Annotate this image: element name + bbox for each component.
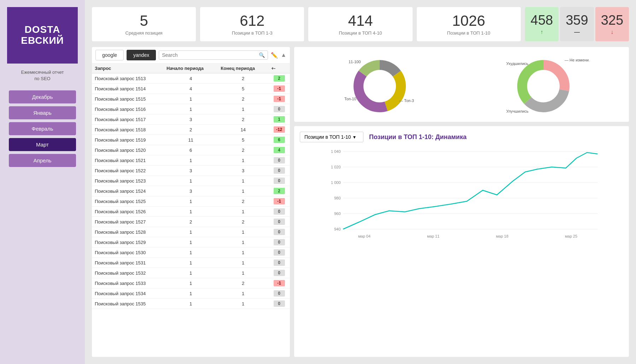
badge-green-value: 458	[531, 13, 553, 28]
table-row[interactable]: Поисковый запрос 1534110	[92, 288, 290, 299]
cell-query: Поисковый запрос 1534	[92, 288, 164, 299]
diff-badge: 0	[274, 208, 285, 215]
table-row[interactable]: Поисковый запрос 1518214-12	[92, 125, 290, 135]
badge-gray-value: 359	[566, 13, 588, 28]
svg-text:мар 18: мар 18	[496, 234, 508, 238]
cell-start: 1	[164, 94, 218, 104]
cell-query: Поисковый запрос 1516	[92, 104, 164, 114]
table-row[interactable]: Поисковый запрос 152512-1	[92, 196, 290, 207]
month-button-january[interactable]: Январь	[9, 106, 76, 119]
month-button-december[interactable]: Декабрь	[9, 90, 76, 103]
donut-right-label-same: — Не измени...	[565, 58, 589, 62]
cell-query: Поисковый запрос 1529	[92, 237, 164, 247]
month-button-april[interactable]: Апрель	[9, 154, 76, 167]
stat-avg-value: 5	[140, 13, 148, 29]
table-row[interactable]: Поисковый запрос 1523110	[92, 176, 290, 186]
cell-start: 1	[164, 176, 218, 186]
svg-text:мар 25: мар 25	[565, 234, 577, 238]
table-row[interactable]: Поисковый запрос 1526110	[92, 207, 290, 217]
cell-start: 1	[164, 268, 218, 278]
logo-text: DOSTAЕВСКИЙ	[21, 24, 64, 46]
table-row[interactable]: Поисковый запрос 1522330	[92, 166, 290, 176]
month-button-march[interactable]: Март	[9, 138, 76, 151]
cell-start: 11	[164, 135, 218, 145]
chevron-down-icon: ▾	[353, 134, 356, 140]
cell-query: Поисковый запрос 1531	[92, 258, 164, 268]
tab-yandex[interactable]: yandex	[127, 50, 156, 60]
cell-end: 1	[218, 207, 268, 217]
cell-diff: 1	[268, 114, 290, 125]
table-row[interactable]: Поисковый запрос 1517321	[92, 114, 290, 125]
table-row[interactable]: Поисковый запрос 1520624	[92, 145, 290, 155]
search-box[interactable]: 🔍	[159, 50, 268, 60]
cell-diff: 0	[268, 155, 290, 166]
month-button-february[interactable]: Февраль	[9, 122, 76, 135]
table-row[interactable]: Поисковый запрос 1527220	[92, 217, 290, 227]
tab-bar: google yandex 🔍 ✏️ ▲	[92, 47, 290, 64]
table-row[interactable]: Поисковый запрос 1529110	[92, 237, 290, 247]
cell-end: 2	[218, 217, 268, 227]
stats-row: 5 Средняя позиция 612 Позиции в ТОП 1-3 …	[92, 7, 629, 41]
donut-right-label-worse: Ухудшились	[506, 61, 529, 66]
cell-start: 1	[164, 299, 218, 309]
line-chart-area: 1 040 1 020 1 000 980 960 940	[300, 147, 623, 247]
cell-end: 14	[218, 125, 268, 135]
table-row[interactable]: Поисковый запрос 151512-1	[92, 94, 290, 104]
cell-query: Поисковый запрос 1527	[92, 217, 164, 227]
cell-start: 3	[164, 186, 218, 196]
stat-top4-10-value: 414	[348, 13, 373, 29]
cell-query: Поисковый запрос 1532	[92, 268, 164, 278]
svg-text:мар 04: мар 04	[358, 234, 370, 238]
table-row[interactable]: Поисковый запрос 1513422	[92, 73, 290, 84]
cell-start: 1	[164, 104, 218, 114]
cell-end: 1	[218, 299, 268, 309]
table-row[interactable]: Поисковый запрос 1531110	[92, 258, 290, 268]
cell-end: 1	[218, 186, 268, 196]
stat-top1-3-label: Позиции в ТОП 1-3	[232, 30, 273, 36]
diff-badge: 2	[274, 75, 285, 82]
cell-end: 2	[218, 114, 268, 125]
table-row[interactable]: Поисковый запрос 151445-1	[92, 84, 290, 94]
stat-top4-10: 414 Позиции в ТОП 4-10	[308, 7, 412, 41]
edit-icon[interactable]: ✏️	[271, 52, 278, 59]
diff-badge: 0	[274, 300, 285, 307]
cell-start: 1	[164, 227, 218, 237]
tab-google[interactable]: google	[95, 50, 124, 60]
cell-start: 2	[164, 125, 218, 135]
table-row[interactable]: Поисковый запрос 1524312	[92, 186, 290, 196]
cell-diff: 0	[268, 299, 290, 309]
stat-badge-group: 458 ↑ 359 — 325 ↓	[525, 7, 629, 41]
cell-start: 4	[164, 84, 218, 94]
cell-start: 1	[164, 237, 218, 247]
cell-query: Поисковый запрос 1520	[92, 145, 164, 155]
cell-start: 3	[164, 114, 218, 125]
table-row[interactable]: Поисковый запрос 15191156	[92, 135, 290, 145]
cell-end: 1	[218, 237, 268, 247]
subtitle: Ежемесячный отчетпо SEO	[21, 69, 64, 82]
table-row[interactable]: Поисковый запрос 1521110	[92, 155, 290, 166]
table-row[interactable]: Поисковый запрос 1532110	[92, 268, 290, 278]
cell-query: Поисковый запрос 1518	[92, 125, 164, 135]
logo: DOSTAЕВСКИЙ	[7, 7, 78, 64]
stat-top1-3-value: 612	[240, 13, 264, 29]
table-row[interactable]: Поисковый запрос 153312-1	[92, 278, 290, 288]
table-row[interactable]: Поисковый запрос 1516110	[92, 104, 290, 114]
diff-badge: 0	[274, 239, 285, 245]
col-diff[interactable]: +-	[268, 64, 290, 73]
scroll-up-icon[interactable]: ▲	[281, 52, 286, 58]
diff-badge: 0	[274, 167, 285, 174]
table-row[interactable]: Поисковый запрос 1535110	[92, 299, 290, 309]
cell-diff: 0	[268, 268, 290, 278]
chart-dropdown[interactable]: Позиции в ТОП 1-10 ▾	[300, 132, 363, 142]
cell-diff: 0	[268, 104, 290, 114]
search-input[interactable]	[162, 52, 259, 58]
data-table: Запрос Начало периода Конец периода +- П…	[92, 64, 290, 309]
table-row[interactable]: Поисковый запрос 1528110	[92, 227, 290, 237]
donut-left: 11-100 Топ-10 — Топ-3	[300, 53, 460, 116]
cell-end: 1	[218, 227, 268, 237]
cell-query: Поисковый запрос 1517	[92, 114, 164, 125]
table-row[interactable]: Поисковый запрос 1530110	[92, 247, 290, 258]
table-scroll[interactable]: Запрос Начало периода Конец периода +- П…	[92, 64, 290, 309]
diff-badge: 6	[274, 137, 285, 143]
cell-query: Поисковый запрос 1514	[92, 84, 164, 94]
